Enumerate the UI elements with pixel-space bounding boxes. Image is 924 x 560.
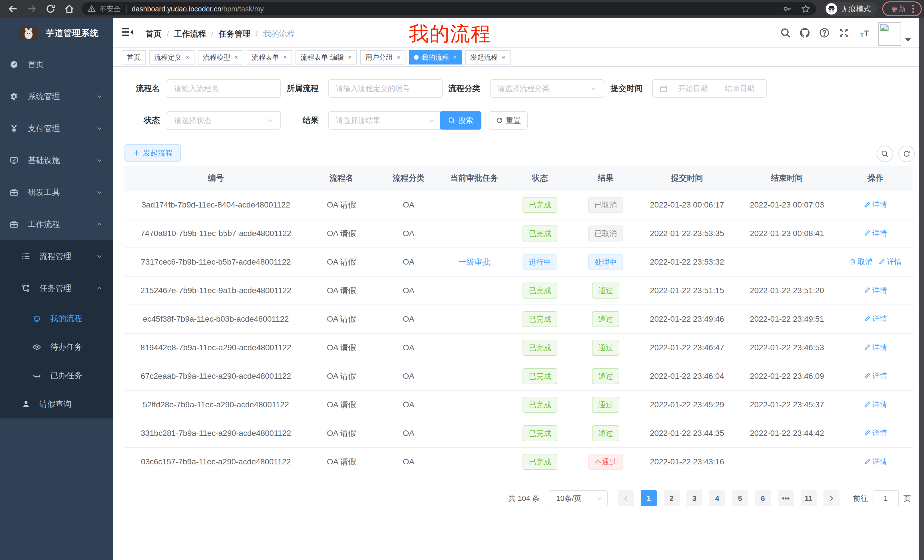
header-search-icon[interactable]	[780, 27, 791, 38]
page-button-5[interactable]: 5	[732, 490, 748, 506]
page-button-11[interactable]: 11	[801, 490, 817, 506]
browser-forward-icon[interactable]	[26, 3, 37, 14]
font-size-icon[interactable]: TT	[858, 27, 872, 38]
table-search-toggle-button[interactable]	[877, 145, 893, 162]
tabs-bar: 首页流程定义×流程模型×流程表单×流程表单-编辑×用户分组×我的流程×发起流程×	[113, 48, 924, 67]
result-badge: 通过	[592, 397, 620, 413]
sidebar-item-done-tasks[interactable]: 已办任务	[0, 361, 113, 390]
total-count: 共 104 条	[508, 494, 540, 503]
avatar-dropdown-caret-icon[interactable]	[905, 38, 911, 42]
current-task-link[interactable]: 一级审批	[458, 258, 490, 266]
page-button-3[interactable]: 3	[686, 490, 702, 506]
page-button-4[interactable]: 4	[709, 490, 725, 506]
detail-button[interactable]: 详情	[864, 228, 887, 238]
tab-start-process[interactable]: 发起流程×	[465, 50, 510, 64]
sidebar-item-devtools[interactable]: 研发工具	[0, 177, 113, 208]
detail-button[interactable]: 详情	[864, 457, 887, 467]
close-tab-icon[interactable]: ×	[453, 54, 457, 60]
breadcrumb-item[interactable]: 首页	[146, 28, 162, 39]
close-tab-icon[interactable]: ×	[186, 54, 189, 60]
refresh-icon	[496, 117, 503, 124]
sidebar-item-leave-query[interactable]: 请假查询	[0, 390, 113, 418]
table-row: 67c2eaab-7b9a-11ec-a290-acde48001122 OA …	[124, 362, 913, 391]
tab-user-group[interactable]: 用户分组×	[360, 50, 405, 64]
filter-definition-label: 所属流程	[261, 79, 319, 97]
app-logo-row[interactable]: 芋道管理系统	[0, 18, 113, 48]
detail-button[interactable]: 详情	[878, 257, 902, 267]
status-badge: 已完成	[522, 226, 557, 241]
status-badge: 已完成	[522, 283, 557, 298]
sidebar-item-my-process[interactable]: 我的流程	[0, 304, 113, 333]
detail-button[interactable]: 详情	[864, 199, 887, 210]
page-button-6[interactable]: 6	[755, 490, 771, 506]
filter-result-select[interactable]: 请选择流结果	[328, 111, 442, 130]
browser-reload-icon[interactable]	[45, 3, 56, 14]
main-header: 首页/ 工作流程/ 任务管理/ 我的流程 TT	[113, 18, 924, 48]
date-end-input[interactable]: 结束日期	[720, 84, 759, 94]
date-start-input[interactable]: 开始日期	[673, 84, 713, 94]
address-bar[interactable]: 不安全 dashboard.yudao.iocoder.cn/bpm/task/…	[82, 2, 816, 15]
detail-button[interactable]: 详情	[864, 314, 887, 324]
next-page-button[interactable]	[824, 490, 840, 506]
page-ellipsis[interactable]: •••	[778, 490, 794, 506]
sidebar-item-payment[interactable]: 支付管理	[0, 112, 113, 144]
flow-icon	[22, 284, 30, 293]
browser-back-icon[interactable]	[8, 3, 18, 14]
detail-button[interactable]: 详情	[864, 400, 887, 410]
close-tab-icon[interactable]: ×	[234, 54, 238, 60]
detail-button[interactable]: 详情	[864, 343, 887, 352]
table-refresh-button[interactable]	[898, 145, 915, 162]
reset-button[interactable]: 重置	[489, 111, 528, 130]
page-size-select[interactable]: 10条/页	[549, 490, 608, 506]
status-badge: 已完成	[522, 368, 557, 384]
help-icon[interactable]	[819, 27, 830, 38]
browser-update-button[interactable]: 更新	[882, 1, 922, 16]
chevron-icon	[96, 189, 103, 196]
breadcrumb-item[interactable]: 任务管理	[219, 28, 251, 39]
close-tab-icon[interactable]: ×	[348, 54, 352, 60]
search-button[interactable]: 搜索	[440, 111, 482, 130]
tab-process-form-edit[interactable]: 流程表单-编辑×	[296, 50, 357, 64]
sidebar-item-task-mgmt[interactable]: 任务管理	[0, 272, 113, 304]
create-process-button[interactable]: 发起流程	[124, 144, 181, 162]
tab-process-definition[interactable]: 流程定义×	[149, 50, 195, 64]
browser-home-icon[interactable]	[64, 3, 75, 14]
close-tab-icon[interactable]: ×	[502, 54, 506, 60]
sidebar-item-process-mgmt[interactable]: 流程管理	[0, 240, 113, 272]
tab-my-process[interactable]: 我的流程×	[409, 50, 462, 64]
detail-button[interactable]: 详情	[864, 285, 887, 295]
browser-menu-icon[interactable]	[912, 5, 914, 13]
fullscreen-icon[interactable]	[838, 27, 849, 38]
detail-button[interactable]: 详情	[864, 371, 887, 381]
password-key-icon[interactable]	[783, 4, 792, 13]
close-tab-icon[interactable]: ×	[397, 54, 400, 60]
sidebar-item-infrastructure[interactable]: 基础设施	[0, 144, 113, 177]
result-badge: 通过	[592, 368, 620, 384]
sidebar-item-workflow[interactable]: 工作流程	[0, 208, 113, 240]
page-button-2[interactable]: 2	[664, 490, 680, 506]
sidebar-item-todo-tasks[interactable]: 待办任务	[0, 333, 113, 361]
prev-page-button[interactable]	[618, 490, 634, 506]
page-button-1[interactable]: 1	[641, 490, 657, 506]
tab-home[interactable]: 首页	[122, 50, 146, 64]
table-header-row: 编号 流程名 流程分类 当前审批任务 状态 结果 提交时间 结束时间 操作	[124, 166, 913, 191]
toolbox-icon	[10, 188, 18, 197]
sidebar-item-home[interactable]: 首页	[0, 48, 113, 81]
close-tab-icon[interactable]: ×	[283, 54, 287, 60]
tab-process-model[interactable]: 流程模型×	[198, 50, 243, 64]
hamburger-icon[interactable]	[122, 27, 133, 38]
sidebar-item-system[interactable]: 系统管理	[0, 81, 113, 112]
browser-scrollbar[interactable]	[919, 18, 924, 560]
bookmark-star-icon[interactable]	[801, 4, 810, 13]
filter-time-range[interactable]: 开始日期 - 结束日期	[652, 79, 767, 97]
filter-status-label: 状态	[113, 111, 160, 130]
github-icon[interactable]	[800, 27, 810, 38]
tab-process-form[interactable]: 流程表单×	[247, 50, 292, 64]
cancel-button[interactable]: 取消	[849, 257, 873, 267]
breadcrumb-item[interactable]: 工作流程	[174, 28, 206, 39]
goto-page-input[interactable]: 1	[873, 490, 899, 506]
breadcrumb-item-current: 我的流程	[263, 28, 295, 39]
security-label[interactable]: 不安全	[99, 4, 121, 14]
detail-button[interactable]: 详情	[864, 428, 887, 438]
avatar[interactable]	[878, 22, 901, 46]
